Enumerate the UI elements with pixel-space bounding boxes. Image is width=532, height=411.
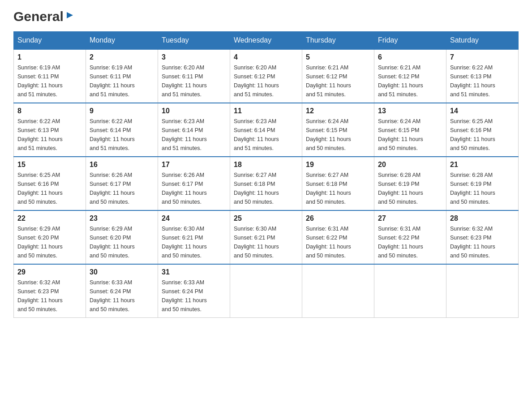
day-info: Sunrise: 6:21 AMSunset: 6:12 PMDaylight:… xyxy=(378,63,442,99)
day-number: 20 xyxy=(378,161,442,169)
logo-arrow-icon xyxy=(65,10,75,22)
weekday-header-monday: Monday xyxy=(86,32,158,50)
day-info: Sunrise: 6:33 AMSunset: 6:24 PMDaylight:… xyxy=(90,278,154,314)
calendar-cell: 11Sunrise: 6:23 AMSunset: 6:14 PMDayligh… xyxy=(230,103,302,157)
calendar-cell: 3Sunrise: 6:20 AMSunset: 6:11 PMDaylight… xyxy=(158,49,230,103)
day-info: Sunrise: 6:28 AMSunset: 6:19 PMDaylight:… xyxy=(450,171,515,206)
calendar-cell: 10Sunrise: 6:23 AMSunset: 6:14 PMDayligh… xyxy=(158,103,230,157)
calendar-cell: 15Sunrise: 6:25 AMSunset: 6:16 PMDayligh… xyxy=(14,157,86,210)
day-info: Sunrise: 6:19 AMSunset: 6:11 PMDaylight:… xyxy=(90,63,154,99)
calendar-cell: 24Sunrise: 6:30 AMSunset: 6:21 PMDayligh… xyxy=(158,210,230,264)
day-info: Sunrise: 6:29 AMSunset: 6:20 PMDaylight:… xyxy=(17,224,82,260)
calendar-cell: 5Sunrise: 6:21 AMSunset: 6:12 PMDaylight… xyxy=(302,49,374,103)
day-info: Sunrise: 6:20 AMSunset: 6:12 PMDaylight:… xyxy=(234,63,298,99)
day-number: 27 xyxy=(378,214,442,223)
svg-marker-0 xyxy=(67,12,73,18)
calendar-table: SundayMondayTuesdayWednesdayThursdayFrid… xyxy=(13,31,519,318)
day-number: 8 xyxy=(17,107,82,115)
day-info: Sunrise: 6:26 AMSunset: 6:17 PMDaylight:… xyxy=(162,171,226,206)
calendar-cell: 28Sunrise: 6:32 AMSunset: 6:23 PMDayligh… xyxy=(446,210,519,264)
day-info: Sunrise: 6:32 AMSunset: 6:23 PMDaylight:… xyxy=(17,278,82,314)
calendar-cell: 18Sunrise: 6:27 AMSunset: 6:18 PMDayligh… xyxy=(230,157,302,210)
day-info: Sunrise: 6:21 AMSunset: 6:12 PMDaylight:… xyxy=(306,63,370,99)
day-number: 21 xyxy=(450,161,515,169)
day-number: 5 xyxy=(306,53,370,61)
day-info: Sunrise: 6:31 AMSunset: 6:22 PMDaylight:… xyxy=(378,224,442,260)
calendar-cell xyxy=(230,264,302,318)
day-number: 1 xyxy=(17,53,82,61)
day-info: Sunrise: 6:24 AMSunset: 6:15 PMDaylight:… xyxy=(378,117,442,153)
calendar-cell: 14Sunrise: 6:25 AMSunset: 6:16 PMDayligh… xyxy=(446,103,519,157)
weekday-header-tuesday: Tuesday xyxy=(158,32,230,50)
calendar-week-row: 1Sunrise: 6:19 AMSunset: 6:11 PMDaylight… xyxy=(14,49,519,103)
day-info: Sunrise: 6:20 AMSunset: 6:11 PMDaylight:… xyxy=(162,63,226,99)
calendar-cell xyxy=(302,264,374,318)
day-info: Sunrise: 6:22 AMSunset: 6:13 PMDaylight:… xyxy=(17,117,82,153)
calendar-week-row: 15Sunrise: 6:25 AMSunset: 6:16 PMDayligh… xyxy=(14,157,519,210)
day-info: Sunrise: 6:27 AMSunset: 6:18 PMDaylight:… xyxy=(306,171,370,206)
logo-text-general: General xyxy=(13,9,64,24)
calendar-cell: 31Sunrise: 6:33 AMSunset: 6:24 PMDayligh… xyxy=(158,264,230,318)
day-number: 13 xyxy=(378,107,442,115)
day-number: 6 xyxy=(378,53,442,61)
calendar-week-row: 29Sunrise: 6:32 AMSunset: 6:23 PMDayligh… xyxy=(14,264,519,318)
calendar-header-row: SundayMondayTuesdayWednesdayThursdayFrid… xyxy=(14,32,519,50)
calendar-cell: 30Sunrise: 6:33 AMSunset: 6:24 PMDayligh… xyxy=(86,264,158,318)
calendar-cell: 16Sunrise: 6:26 AMSunset: 6:17 PMDayligh… xyxy=(86,157,158,210)
calendar-cell: 6Sunrise: 6:21 AMSunset: 6:12 PMDaylight… xyxy=(374,49,446,103)
day-number: 22 xyxy=(17,214,82,223)
day-info: Sunrise: 6:30 AMSunset: 6:21 PMDaylight:… xyxy=(162,224,226,260)
calendar-cell: 26Sunrise: 6:31 AMSunset: 6:22 PMDayligh… xyxy=(302,210,374,264)
calendar-cell: 2Sunrise: 6:19 AMSunset: 6:11 PMDaylight… xyxy=(86,49,158,103)
day-number: 29 xyxy=(17,268,82,276)
day-number: 18 xyxy=(234,161,298,169)
calendar-cell: 23Sunrise: 6:29 AMSunset: 6:20 PMDayligh… xyxy=(86,210,158,264)
day-number: 30 xyxy=(90,268,154,276)
logo-line1: General xyxy=(13,9,75,24)
calendar-week-row: 22Sunrise: 6:29 AMSunset: 6:20 PMDayligh… xyxy=(14,210,519,264)
calendar-cell: 4Sunrise: 6:20 AMSunset: 6:12 PMDaylight… xyxy=(230,49,302,103)
day-number: 2 xyxy=(90,53,154,61)
weekday-header-wednesday: Wednesday xyxy=(230,32,302,50)
day-number: 28 xyxy=(450,214,515,223)
day-number: 31 xyxy=(162,268,226,276)
day-number: 10 xyxy=(162,107,226,115)
day-info: Sunrise: 6:25 AMSunset: 6:16 PMDaylight:… xyxy=(450,117,515,153)
day-info: Sunrise: 6:24 AMSunset: 6:15 PMDaylight:… xyxy=(306,117,370,153)
calendar-cell: 13Sunrise: 6:24 AMSunset: 6:15 PMDayligh… xyxy=(374,103,446,157)
logo: General xyxy=(13,9,75,22)
day-number: 23 xyxy=(90,214,154,223)
day-number: 12 xyxy=(306,107,370,115)
day-info: Sunrise: 6:30 AMSunset: 6:21 PMDaylight:… xyxy=(234,224,298,260)
day-number: 16 xyxy=(90,161,154,169)
day-info: Sunrise: 6:23 AMSunset: 6:14 PMDaylight:… xyxy=(162,117,226,153)
calendar-week-row: 8Sunrise: 6:22 AMSunset: 6:13 PMDaylight… xyxy=(14,103,519,157)
calendar-cell: 12Sunrise: 6:24 AMSunset: 6:15 PMDayligh… xyxy=(302,103,374,157)
calendar-cell: 1Sunrise: 6:19 AMSunset: 6:11 PMDaylight… xyxy=(14,49,86,103)
day-info: Sunrise: 6:19 AMSunset: 6:11 PMDaylight:… xyxy=(17,63,82,99)
day-info: Sunrise: 6:28 AMSunset: 6:19 PMDaylight:… xyxy=(378,171,442,206)
calendar-cell: 9Sunrise: 6:22 AMSunset: 6:14 PMDaylight… xyxy=(86,103,158,157)
calendar-cell: 19Sunrise: 6:27 AMSunset: 6:18 PMDayligh… xyxy=(302,157,374,210)
calendar-cell: 27Sunrise: 6:31 AMSunset: 6:22 PMDayligh… xyxy=(374,210,446,264)
day-number: 7 xyxy=(450,53,515,61)
day-info: Sunrise: 6:31 AMSunset: 6:22 PMDaylight:… xyxy=(306,224,370,260)
day-info: Sunrise: 6:27 AMSunset: 6:18 PMDaylight:… xyxy=(234,171,298,206)
weekday-header-saturday: Saturday xyxy=(446,32,519,50)
weekday-header-sunday: Sunday xyxy=(14,32,86,50)
day-number: 3 xyxy=(162,53,226,61)
day-info: Sunrise: 6:23 AMSunset: 6:14 PMDaylight:… xyxy=(234,117,298,153)
weekday-header-friday: Friday xyxy=(374,32,446,50)
day-number: 17 xyxy=(162,161,226,169)
calendar-cell: 20Sunrise: 6:28 AMSunset: 6:19 PMDayligh… xyxy=(374,157,446,210)
day-info: Sunrise: 6:33 AMSunset: 6:24 PMDaylight:… xyxy=(162,278,226,314)
day-number: 11 xyxy=(234,107,298,115)
day-number: 14 xyxy=(450,107,515,115)
day-info: Sunrise: 6:26 AMSunset: 6:17 PMDaylight:… xyxy=(90,171,154,206)
calendar-cell xyxy=(374,264,446,318)
calendar-cell: 17Sunrise: 6:26 AMSunset: 6:17 PMDayligh… xyxy=(158,157,230,210)
calendar-cell xyxy=(446,264,519,318)
calendar-cell: 7Sunrise: 6:22 AMSunset: 6:13 PMDaylight… xyxy=(446,49,519,103)
day-number: 19 xyxy=(306,161,370,169)
page-header: General xyxy=(13,9,519,22)
